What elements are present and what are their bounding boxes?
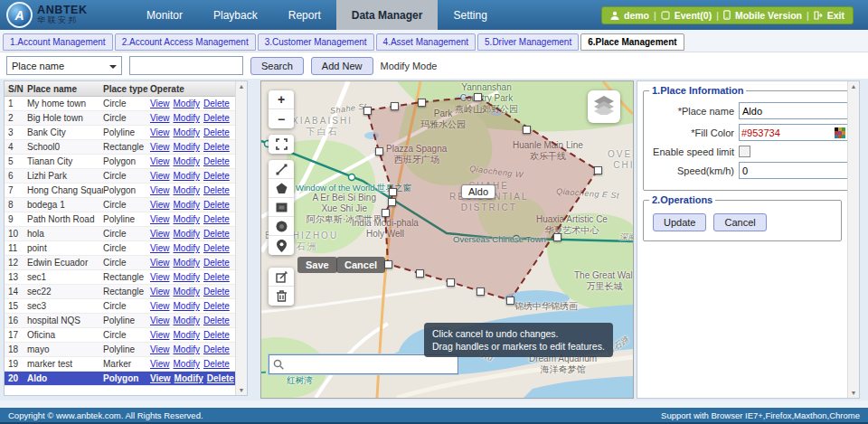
modify-link[interactable]: Modify [174,156,200,166]
delete-link[interactable]: Delete [203,229,230,239]
zoom-in-icon[interactable]: + [269,90,294,109]
polygon-handle[interactable] [363,107,372,115]
table-row[interactable]: 12Edwin EcuadorCircleViewModifyDelete [5,256,235,270]
delete-link[interactable]: Delete [203,243,230,253]
tab-4-asset-management[interactable]: 4.Asset Management [376,33,476,51]
view-link[interactable]: View [150,344,170,354]
modify-link[interactable]: Modify [174,142,200,152]
modify-link[interactable]: Modify [174,99,200,108]
view-link[interactable]: View [150,373,171,383]
rectangle-icon[interactable] [269,198,294,217]
modify-link[interactable]: Modify [174,229,200,239]
cancel-button[interactable]: Cancel [713,213,766,231]
delete-link[interactable]: Delete [203,316,230,325]
polyline-icon[interactable] [269,160,294,179]
detail-scrollbar[interactable]: ▲▼ [847,81,859,398]
delete-link[interactable]: Delete [203,99,230,108]
table-row[interactable]: 2Big Hole townCircleViewModifyDelete [5,111,235,126]
table-row[interactable]: 15sec3CircleViewModifyDelete [5,299,235,314]
delete-link[interactable]: Delete [203,113,230,123]
table-row[interactable]: 18mayoPolylineViewModifyDelete [5,343,235,357]
polygon-handle[interactable] [523,126,531,134]
tab-3-customer-management[interactable]: 3.Customer Management [258,33,374,51]
delete-link[interactable]: Delete [203,214,230,224]
polygon-handle[interactable] [506,297,514,305]
table-row[interactable]: 6Lizhi ParkCircleViewModifyDelete [5,169,235,184]
polygon-handle[interactable] [382,209,390,217]
table-row[interactable]: 9Path North RoadPolylineViewModifyDelete [5,212,235,227]
search-input[interactable] [129,56,243,75]
delete-link[interactable]: Delete [203,287,230,297]
polygon-handle[interactable] [476,287,485,296]
map-cancel-button[interactable]: Cancel [336,257,385,273]
polygon-handle[interactable] [474,93,482,101]
add-new-button[interactable]: Add New [311,57,373,75]
tab-1-account-management[interactable]: 1.Account Management [3,33,113,51]
delete-link[interactable]: Delete [203,142,230,152]
fill-color-field[interactable]: #953734 [739,124,847,141]
modify-link[interactable]: Modify [174,287,200,297]
view-link[interactable]: View [150,171,170,181]
view-link[interactable]: View [150,272,170,282]
table-row[interactable]: 3Bank CityPolylineViewModifyDelete [5,126,235,140]
view-link[interactable]: View [150,301,170,311]
speed-field[interactable] [739,162,847,179]
delete-link[interactable]: Delete [203,301,230,311]
modify-link[interactable]: Modify [174,171,200,181]
update-button[interactable]: Update [653,213,706,231]
polygon-handle[interactable] [388,198,396,206]
filter-select[interactable]: Place name [6,56,122,75]
view-link[interactable]: View [150,316,170,325]
delete-link[interactable]: Delete [203,171,230,181]
color-picker-icon[interactable] [835,127,845,138]
map-search-input[interactable] [287,356,458,372]
delete-link[interactable]: Delete [203,344,230,354]
modify-link[interactable]: Modify [174,344,200,354]
delete-link[interactable]: Delete [203,272,230,282]
table-row[interactable]: 14sec22RectangleViewModifyDelete [5,285,235,299]
view-link[interactable]: View [150,127,170,137]
polygon-handle[interactable] [418,99,426,107]
delete-link[interactable]: Delete [203,330,230,340]
polygon-handle[interactable] [389,188,397,196]
view-link[interactable]: View [150,214,170,224]
polygon-handle[interactable] [447,278,455,287]
view-link[interactable]: View [150,287,170,297]
delete-link[interactable]: Delete [203,258,230,268]
table-row[interactable]: 4School0RectangleViewModifyDelete [5,140,235,155]
table-row[interactable]: 16hospital NQSPolylineViewModifyDelete [5,314,235,328]
modify-link[interactable]: Modify [174,272,200,282]
map-save-button[interactable]: Save [297,257,337,273]
table-row[interactable]: 8bodega 1CircleViewModifyDelete [5,198,235,212]
nav-report[interactable]: Report [273,0,336,30]
modify-link[interactable]: Modify [174,330,200,340]
nav-monitor[interactable]: Monitor [131,0,198,30]
fullscreen-icon[interactable] [269,135,294,154]
zoom-out-icon[interactable]: − [269,109,294,128]
modify-link[interactable]: Modify [174,316,200,325]
view-link[interactable]: View [150,258,170,268]
polygon-handle[interactable] [594,166,602,174]
table-row[interactable]: 17OficinaCircleViewModifyDelete [5,328,235,343]
tab-2-account-access-management[interactable]: 2.Account Access Management [115,33,256,51]
table-row[interactable]: 7Hong Chang SquarePolygonViewModifyDelet… [5,184,235,198]
modify-link[interactable]: Modify [174,127,200,137]
view-link[interactable]: View [150,200,170,210]
modify-link[interactable]: Modify [175,373,203,383]
trash-icon[interactable] [269,287,294,306]
delete-link[interactable]: Delete [207,373,234,383]
speed-limit-checkbox[interactable] [739,146,750,157]
table-row[interactable]: 10holaCircleViewModifyDelete [5,227,235,241]
view-link[interactable]: View [150,330,170,340]
polygon-handle[interactable] [384,260,392,269]
view-link[interactable]: View [150,229,170,239]
polygon-icon[interactable] [269,179,294,198]
tab-6-place-management[interactable]: 6.Place Management [580,33,684,51]
table-row[interactable]: 5Tianan CityPolygonViewModifyDelete [5,155,235,169]
table-row[interactable]: 13sec1RectangleViewModifyDelete [5,270,235,285]
map-search-box[interactable] [269,354,458,374]
table-row[interactable]: 19marker testMarkerViewModifyDelete [5,357,235,372]
table-row[interactable]: 20AldoPolygonViewModifyDelete [5,372,235,386]
search-button[interactable]: Search [250,57,304,75]
modify-link[interactable]: Modify [174,214,200,224]
